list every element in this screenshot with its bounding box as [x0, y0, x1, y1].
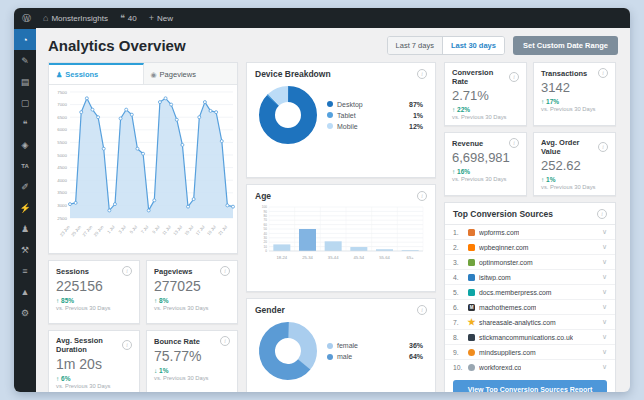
source-row-shareasale-analytics-com[interactable]: 7.★shareasale-analytics.com∨ [445, 314, 615, 329]
appearance-icon[interactable]: ✐ [14, 176, 36, 197]
chevron-down-icon[interactable]: ∨ [602, 363, 607, 371]
source-row-wpforms-com[interactable]: 1.wpforms.com∨ [445, 225, 615, 239]
settings-icon[interactable]: ≡ [14, 260, 36, 281]
source-row-wpbeginner-com[interactable]: 2.wpbeginner.com∨ [445, 239, 615, 254]
source-rank: 9. [453, 349, 464, 356]
info-icon[interactable]: i [598, 68, 608, 78]
source-row-isitwp-com[interactable]: 4.isitwp.com∨ [445, 269, 615, 284]
chevron-down-icon[interactable]: ∨ [602, 243, 607, 251]
comments-icon[interactable]: ❝ [14, 113, 36, 134]
favicon-icon [468, 334, 475, 341]
svg-text:50: 50 [264, 227, 268, 231]
top-conversion-sources-panel: Top Conversion Sources i 1.wpforms.com∨2… [444, 202, 616, 392]
source-row-optinmonster-com[interactable]: 3.optinmonster.com∨ [445, 254, 615, 269]
source-domain: isitwp.com [479, 274, 511, 281]
tab-pageviews[interactable]: ◉Pageviews [144, 63, 238, 84]
legend-label: Mobile [337, 123, 358, 130]
stat-card-avg-order-value: Avg. Order Valuei252.62↑ 1%vs. Previous … [533, 132, 616, 196]
source-row-docs-memberpress-com[interactable]: 5.docs.memberpress.com∨ [445, 284, 615, 299]
collapse-icon[interactable]: ⚙ [14, 302, 36, 323]
svg-text:3000: 3000 [57, 203, 67, 208]
dashboard-icon[interactable]: ◔ [14, 29, 36, 50]
sessions-line-chart: 2500300035004000450050005500600065007000… [49, 85, 237, 249]
info-icon[interactable]: i [417, 191, 427, 201]
chevron-down-icon[interactable]: ∨ [602, 273, 607, 281]
new-content-button[interactable]: + New [149, 13, 173, 23]
svg-text:1 Jul: 1 Jul [106, 224, 116, 234]
ta-plugin-icon[interactable]: TA [14, 155, 36, 176]
set-custom-date-range-button[interactable]: Set Custom Date Range [513, 36, 618, 55]
info-icon[interactable]: i [509, 72, 519, 82]
plugins-icon[interactable]: ⚡ [14, 197, 36, 218]
stat-delta-up: ↑ 8% [154, 297, 230, 304]
legend-label: male [337, 353, 352, 360]
source-domain: optinmonster.com [479, 259, 533, 266]
info-icon[interactable]: i [417, 305, 427, 315]
wordpress-logo-icon[interactable]: Ⓦ [22, 12, 31, 25]
legend-dot [327, 101, 333, 107]
legend-label: Desktop [337, 101, 363, 108]
info-icon[interactable]: i [509, 138, 519, 148]
info-icon[interactable]: i [417, 69, 427, 79]
stat-card-conversion-rate: Conversion Ratei2.71%↑ 22%vs. Previous 3… [444, 62, 527, 126]
date-range-toggle: Last 7 daysLast 30 days [387, 36, 505, 55]
favicon-icon [468, 274, 475, 281]
chevron-down-icon[interactable]: ∨ [602, 318, 607, 326]
svg-text:15 Jul: 15 Jul [183, 224, 194, 236]
source-row-workforexd-co[interactable]: 10.workforexd.co∨ [445, 359, 615, 374]
info-icon[interactable]: i [220, 266, 230, 276]
info-icon[interactable]: i [220, 336, 230, 346]
stat-value: 252.62 [541, 158, 608, 173]
pages-icon[interactable]: ▢ [14, 92, 36, 113]
svg-text:65+: 65+ [407, 255, 415, 260]
admin-comments[interactable]: ❝ 40 [120, 13, 137, 23]
tools-icon[interactable]: ⚒ [14, 239, 36, 260]
svg-text:7000: 7000 [57, 102, 67, 107]
source-row-machothemes-com[interactable]: 6.Mmachothemes.com∨ [445, 299, 615, 314]
svg-text:3500: 3500 [57, 190, 67, 195]
traffic-chart-card: ♟Sessions◉Pageviews 25003000350040004500… [48, 62, 238, 254]
view-report-button[interactable]: View Top Conversion Sources Report [453, 380, 607, 392]
info-icon[interactable]: i [122, 340, 132, 350]
stat-delta-down: ↓ 1% [154, 367, 230, 374]
info-icon[interactable]: i [597, 209, 607, 219]
dashboard-content: Analytics Overview Last 7 daysLast 30 da… [36, 28, 630, 392]
stat-label: Conversion Rate [452, 68, 509, 86]
source-row-stickmancommunications-co-uk[interactable]: 8.stickmancommunications.co.uk∨ [445, 329, 615, 344]
media-icon[interactable]: ▤ [14, 71, 36, 92]
chevron-down-icon[interactable]: ∨ [602, 303, 607, 311]
person-icon: ♟ [56, 71, 62, 79]
favicon-icon: ★ [468, 319, 475, 326]
chevron-down-icon[interactable]: ∨ [602, 228, 607, 236]
comment-icon: ❝ [120, 13, 125, 23]
posts-pin-icon[interactable]: ✎ [14, 50, 36, 71]
page-title: Analytics Overview [48, 37, 186, 54]
stat-value: 2.71% [452, 88, 519, 103]
tab-sessions[interactable]: ♟Sessions [49, 63, 144, 84]
source-row-mindsuppliers-com[interactable]: 9.mindsuppliers.com∨ [445, 344, 615, 359]
stat-card-avg-session-duration: Avg. Session Durationi1m 20s↑ 6%vs. Prev… [48, 330, 140, 392]
chevron-down-icon[interactable]: ∨ [602, 333, 607, 341]
chevron-down-icon[interactable]: ∨ [602, 288, 607, 296]
tab-label: Sessions [65, 70, 98, 79]
insights-icon[interactable]: ▲ [14, 281, 36, 302]
info-icon[interactable]: i [122, 266, 132, 276]
top-conversion-sources-title: Top Conversion Sources [453, 209, 553, 219]
wp-admin-sidebar: ◔✎▤▢❝◈TA✐⚡♟⚒≡▲⚙ [14, 28, 36, 392]
svg-text:18-24: 18-24 [276, 255, 287, 260]
wordpress-logo-glyph: Ⓦ [22, 12, 31, 25]
source-domain: wpbeginner.com [479, 244, 529, 251]
chevron-down-icon[interactable]: ∨ [602, 258, 607, 266]
site-menu[interactable]: ⌂ MonsterInsights [43, 13, 108, 23]
source-rank: 8. [453, 334, 464, 341]
favicon-icon [468, 349, 475, 356]
range-button-last-7-days[interactable]: Last 7 days [388, 37, 442, 54]
users-icon[interactable]: ♟ [14, 218, 36, 239]
info-icon[interactable]: i [598, 142, 608, 152]
gender-panel: Gender i female36%male64% [246, 298, 436, 392]
stat-note: vs. Previous 30 Days [541, 106, 608, 112]
chevron-down-icon[interactable]: ∨ [602, 348, 607, 356]
stat-note: vs. Previous 30 Days [56, 305, 132, 311]
range-button-last-30-days[interactable]: Last 30 days [442, 37, 504, 54]
feedback-icon[interactable]: ◈ [14, 134, 36, 155]
